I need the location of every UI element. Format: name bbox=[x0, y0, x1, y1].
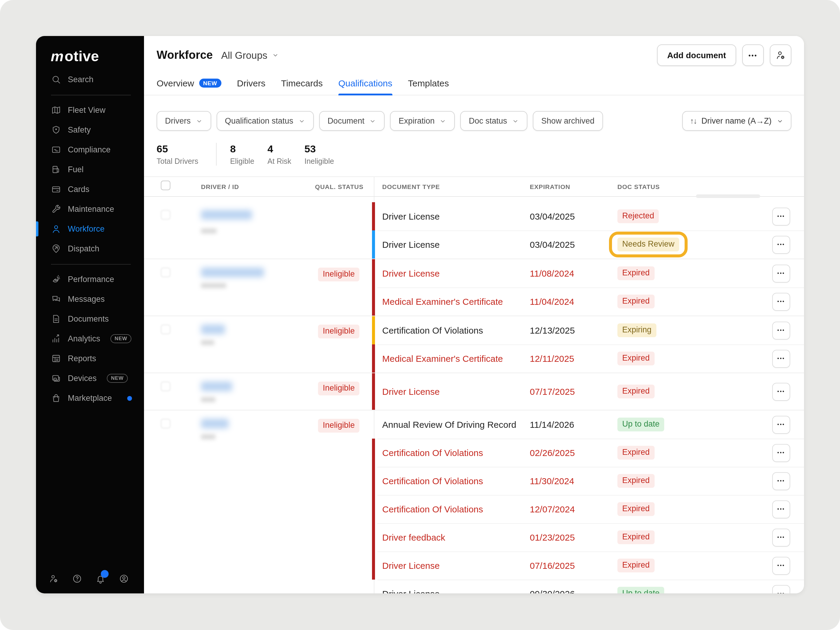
sidebar-bottom-bar bbox=[36, 573, 144, 594]
stat-label: Ineligible bbox=[305, 157, 334, 165]
document-type: Driver License bbox=[382, 387, 530, 396]
sidebar-item-analytics[interactable]: Analytics NEW bbox=[36, 329, 144, 349]
row-status-accent bbox=[372, 373, 375, 410]
sidebar-item-performance[interactable]: Performance bbox=[36, 269, 144, 289]
qual-status-badge: Ineligible bbox=[318, 382, 360, 395]
sidebar-divider bbox=[51, 264, 131, 265]
tab-drivers[interactable]: Drivers bbox=[237, 78, 265, 95]
user-settings-button[interactable] bbox=[770, 44, 791, 66]
row-checkbox[interactable] bbox=[161, 382, 171, 391]
row-actions-button[interactable]: ••• bbox=[772, 382, 790, 401]
doc-status-badge: Expired bbox=[617, 531, 655, 544]
sidebar-item-fuel[interactable]: Fuel bbox=[36, 159, 144, 179]
sidebar-item-cards[interactable]: Cards bbox=[36, 179, 144, 199]
column-header-qual-status: QUAL. STATUS bbox=[315, 183, 363, 190]
select-all-checkbox[interactable] bbox=[161, 181, 171, 190]
row-actions-button[interactable]: ••• bbox=[772, 264, 790, 282]
sidebar-item-messages[interactable]: Messages bbox=[36, 289, 144, 309]
filter-qualification-status[interactable]: Qualification status bbox=[216, 111, 314, 131]
row-actions-button[interactable]: ••• bbox=[772, 500, 790, 518]
row-status-accent bbox=[372, 523, 375, 551]
driver-name-redacted bbox=[201, 210, 252, 219]
row-actions-button[interactable]: ••• bbox=[772, 349, 790, 368]
sidebar-item-fleet-view[interactable]: Fleet View bbox=[36, 100, 144, 120]
row-status-accent bbox=[372, 259, 375, 287]
sidebar-item-label: Safety bbox=[68, 125, 91, 134]
row-actions-button[interactable]: ••• bbox=[772, 207, 790, 225]
filter-drivers[interactable]: Drivers bbox=[156, 111, 211, 131]
stat-eligible: 8 Eligible bbox=[230, 143, 254, 165]
group-selector[interactable]: All Groups bbox=[221, 49, 279, 61]
sidebar-item-reports[interactable]: Reports bbox=[36, 349, 144, 368]
row-actions-button[interactable]: ••• bbox=[772, 235, 790, 254]
sidebar-item-label: Fleet View bbox=[68, 106, 106, 115]
tab-timecards[interactable]: Timecards bbox=[281, 78, 323, 95]
sort-button[interactable]: ↑↓ Driver name (A→Z) bbox=[682, 111, 791, 131]
persongear-icon[interactable] bbox=[49, 573, 59, 584]
bell-icon[interactable] bbox=[95, 573, 106, 584]
gauge-icon bbox=[51, 274, 61, 284]
account-icon[interactable] bbox=[119, 573, 129, 584]
help-icon[interactable] bbox=[72, 573, 82, 584]
row-checkbox[interactable] bbox=[161, 325, 171, 334]
row-actions-button[interactable]: ••• bbox=[772, 415, 790, 434]
doc-status-cell: Expired bbox=[617, 559, 772, 572]
doc-status-cell: Up to date bbox=[617, 418, 772, 431]
sidebar-item-maintenance[interactable]: Maintenance bbox=[36, 199, 144, 219]
kebab-icon: ••• bbox=[777, 450, 785, 455]
sidebar-search[interactable]: Search bbox=[36, 69, 144, 89]
page-header: Workforce All Groups Add document ••• bbox=[156, 44, 791, 66]
chart-icon bbox=[51, 333, 61, 344]
filter-expiration[interactable]: Expiration bbox=[390, 111, 455, 131]
row-checkbox[interactable] bbox=[161, 419, 171, 428]
table-body: Driver License 03/04/2025 Rejected ••• D… bbox=[144, 197, 804, 594]
document-type: Driver License bbox=[382, 561, 530, 571]
tab-templates[interactable]: Templates bbox=[408, 78, 449, 95]
more-actions-button[interactable]: ••• bbox=[742, 44, 764, 66]
kebab-icon: ••• bbox=[777, 478, 785, 483]
expiration-date: 07/17/2025 bbox=[530, 387, 617, 396]
document-type: Driver feedback bbox=[382, 532, 530, 542]
row-actions-button[interactable]: ••• bbox=[772, 444, 790, 462]
doc-status-badge: Expired bbox=[617, 295, 655, 308]
sidebar-item-devices[interactable]: Devices NEW bbox=[36, 368, 144, 388]
add-document-button[interactable]: Add document bbox=[657, 44, 736, 66]
filter-label: Show archived bbox=[541, 117, 594, 125]
doc-status-badge: Expired bbox=[617, 446, 655, 459]
filter-show-archived[interactable]: Show archived bbox=[533, 111, 603, 131]
row-actions-button[interactable]: ••• bbox=[772, 292, 790, 311]
tab-qualifications[interactable]: Qualifications bbox=[338, 78, 392, 95]
filter-doc-status[interactable]: Doc status bbox=[461, 111, 528, 131]
row-checkbox[interactable] bbox=[161, 268, 171, 277]
driver-cell bbox=[144, 202, 374, 259]
doc-status-cell: Rejected bbox=[617, 209, 772, 223]
doc-status-cell: Needs Review bbox=[617, 232, 772, 257]
row-actions-button[interactable]: ••• bbox=[772, 528, 790, 546]
filter-label: Qualification status bbox=[225, 117, 294, 125]
tab-label: Qualifications bbox=[338, 78, 392, 88]
sidebar-item-marketplace[interactable]: Marketplace bbox=[36, 388, 144, 408]
doc-status-badge: Rejected bbox=[617, 209, 659, 223]
row-checkbox[interactable] bbox=[161, 210, 171, 219]
document-row: Medical Examiner's Certificate 11/04/202… bbox=[374, 287, 804, 316]
row-actions-button[interactable]: ••• bbox=[772, 556, 790, 575]
filter-label: Doc status bbox=[469, 117, 507, 125]
filter-document[interactable]: Document bbox=[319, 111, 385, 131]
stats-divider bbox=[216, 143, 217, 166]
document-type: Annual Review Of Driving Record bbox=[382, 419, 530, 429]
sidebar-item-compliance[interactable]: Compliance bbox=[36, 140, 144, 159]
sidebar-item-documents[interactable]: Documents bbox=[36, 309, 144, 329]
kebab-icon: ••• bbox=[777, 507, 785, 512]
sidebar-item-safety[interactable]: Safety bbox=[36, 120, 144, 140]
sidebar-item-dispatch[interactable]: Dispatch bbox=[36, 239, 144, 259]
row-actions-button[interactable]: ••• bbox=[772, 472, 790, 490]
doc-status-badge: Expired bbox=[617, 267, 655, 280]
stat-value: 65 bbox=[156, 143, 198, 155]
tab-overview[interactable]: Overview NEW bbox=[156, 78, 221, 95]
driver-id-redacted bbox=[201, 229, 216, 234]
stat-total-drivers: 65 Total Drivers bbox=[156, 143, 198, 165]
row-actions-button[interactable]: ••• bbox=[772, 321, 790, 339]
sidebar-item-workforce[interactable]: Workforce bbox=[36, 219, 144, 239]
row-actions-button[interactable]: ••• bbox=[772, 585, 790, 594]
stat-at-risk: 4 At Risk bbox=[268, 143, 291, 165]
